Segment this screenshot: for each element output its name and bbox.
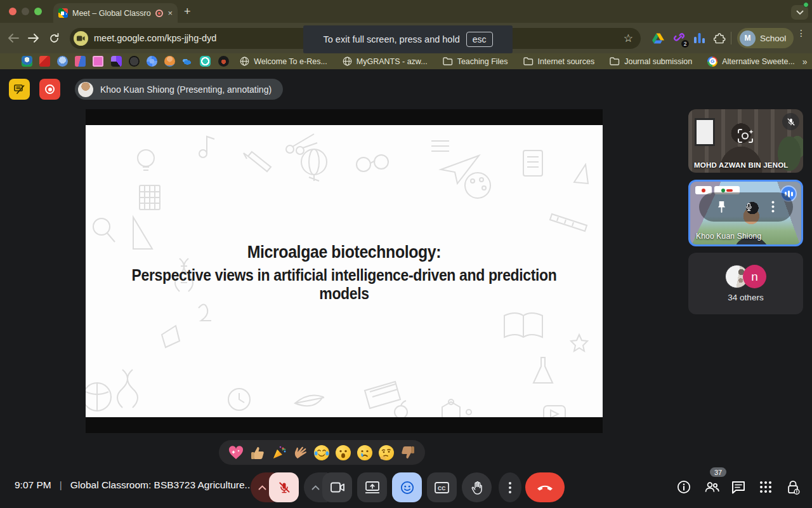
recording-indicator-button[interactable] bbox=[39, 79, 60, 100]
present-icon bbox=[365, 481, 379, 493]
reaction-party-popper[interactable] bbox=[271, 444, 287, 461]
slide-title-line2: Perspective views in artificial intellig… bbox=[107, 266, 582, 303]
reaction-thumbs-down[interactable] bbox=[400, 444, 416, 461]
globe-icon bbox=[343, 57, 352, 66]
globe-icon bbox=[240, 57, 249, 66]
meeting-details-button[interactable] bbox=[675, 478, 693, 496]
bookmark-favicon-gauge[interactable] bbox=[218, 56, 229, 67]
bookmark-favicon-person[interactable] bbox=[164, 56, 175, 67]
extensions-puzzle-icon[interactable] bbox=[712, 30, 727, 46]
reactions-toggle-button[interactable] bbox=[392, 472, 422, 502]
presenter-banner[interactable]: Khoo Kuan Shiong (Presenting, annotating… bbox=[75, 79, 283, 100]
presenter-name: Khoo Kuan Shiong (Presenting, annotating… bbox=[100, 84, 272, 95]
bookmark-folder-teaching-files[interactable]: Teaching Files bbox=[443, 57, 508, 66]
esc-key-hint: esc bbox=[466, 32, 493, 47]
folder-icon bbox=[610, 57, 620, 65]
participant-name: Khoo Kuan Shiong bbox=[696, 232, 761, 241]
raise-hand-button[interactable] bbox=[462, 472, 492, 502]
link-extension-icon[interactable]: 2 bbox=[671, 30, 686, 46]
participants-button[interactable] bbox=[703, 478, 721, 496]
others-avatar-letter: n bbox=[743, 265, 766, 288]
smiley-icon bbox=[400, 481, 414, 495]
analytics-extension-icon[interactable] bbox=[691, 30, 707, 46]
back-button[interactable] bbox=[6, 31, 20, 45]
camera-in-use-icon[interactable] bbox=[74, 31, 88, 46]
browser-menu-button[interactable]: ⋮ bbox=[797, 31, 806, 36]
mic-off-icon bbox=[278, 481, 291, 495]
camera-toggle-button[interactable] bbox=[322, 472, 352, 502]
more-options-icon bbox=[509, 482, 511, 493]
annotation-indicator-button[interactable] bbox=[9, 79, 30, 100]
reload-button[interactable] bbox=[47, 31, 61, 45]
bookmark-favicon-blue-gem[interactable] bbox=[57, 56, 68, 67]
participant-tile-mohd-azwan[interactable]: MOHD AZWAN BIN JENOL bbox=[688, 109, 803, 173]
phone-hangup-icon bbox=[537, 484, 553, 491]
bookmark-favicon-purple-logo[interactable] bbox=[111, 56, 122, 67]
bookmark-favicon-onedrive[interactable] bbox=[182, 56, 193, 67]
others-tile[interactable]: n 34 others bbox=[688, 253, 803, 314]
participant-tile-khoo-kuan-shiong[interactable]: Khoo Kuan Shiong bbox=[688, 180, 803, 246]
bookmark-favicon-pink-app[interactable] bbox=[93, 56, 103, 67]
host-controls-button[interactable] bbox=[784, 478, 802, 496]
more-options-button[interactable] bbox=[499, 472, 521, 502]
screen: Meet – Global Classroom: × + meet.google… bbox=[0, 0, 812, 508]
folder-icon bbox=[523, 57, 534, 65]
end-call-button[interactable] bbox=[525, 472, 565, 502]
folder-icon bbox=[443, 57, 453, 65]
reaction-thumbs-up[interactable] bbox=[249, 444, 266, 461]
reaction-clapping-hands[interactable] bbox=[292, 444, 309, 461]
others-count-label: 34 others bbox=[728, 293, 763, 302]
profile-chip[interactable]: M School bbox=[737, 28, 794, 48]
drive-extension-icon[interactable] bbox=[650, 30, 665, 46]
tab-close-icon[interactable]: × bbox=[167, 8, 173, 18]
present-screen-button[interactable] bbox=[357, 472, 387, 502]
reaction-thinking-face[interactable] bbox=[378, 444, 395, 461]
meet-favicon-icon bbox=[58, 8, 68, 18]
recording-icon bbox=[45, 84, 55, 94]
new-tab-button[interactable]: + bbox=[184, 5, 191, 18]
fullscreen-toast-text: To exit full screen, press and hold bbox=[324, 34, 460, 44]
notification-dot bbox=[803, 2, 809, 8]
bookmark-star-icon[interactable]: ☆ bbox=[624, 32, 633, 45]
bookmark-favicon-dark-circle[interactable] bbox=[129, 56, 140, 67]
bookmarks-bar: Welcome To e-Res... MyGRANTS - azw... Te… bbox=[0, 53, 812, 69]
browser-tab[interactable]: Meet – Global Classroom: × bbox=[53, 3, 178, 23]
reaction-surprised-face[interactable] bbox=[335, 444, 351, 461]
chat-button[interactable] bbox=[730, 478, 747, 496]
bookmarks-overflow-chevron[interactable]: » bbox=[802, 57, 812, 67]
mic-toggle-button[interactable] bbox=[269, 472, 299, 502]
bookmark-folder-internet-sources[interactable]: Internet sources bbox=[523, 57, 595, 66]
video-effects-icon[interactable] bbox=[737, 128, 755, 146]
profile-label: School bbox=[760, 34, 786, 43]
activities-button[interactable] bbox=[757, 478, 775, 496]
shared-screen-stage: Microalgae biotechnology: Perspective vi… bbox=[86, 109, 603, 433]
bookmark-item-welcome[interactable]: Welcome To e-Res... bbox=[240, 57, 327, 66]
bookmark-favicon-gmail[interactable] bbox=[39, 56, 50, 67]
bookmark-item-alternative-sweete[interactable]: Alternative Sweete... bbox=[707, 57, 795, 67]
window-minimize-button[interactable] bbox=[22, 8, 29, 15]
reaction-sparkling-heart[interactable] bbox=[228, 444, 244, 461]
mic-off-icon bbox=[787, 117, 796, 126]
mic-icon[interactable] bbox=[744, 201, 754, 213]
people-icon bbox=[704, 481, 719, 493]
window-close-button[interactable] bbox=[9, 8, 16, 15]
bookmark-folder-journal-submission[interactable]: Journal submission bbox=[610, 57, 692, 66]
bookmark-favicon-shield[interactable] bbox=[22, 56, 32, 67]
google-favicon bbox=[707, 57, 717, 67]
captions-button[interactable]: CC bbox=[427, 472, 457, 502]
bookmark-favicon-sparkle[interactable] bbox=[147, 56, 157, 67]
bookmark-favicon-flag[interactable] bbox=[75, 56, 86, 67]
participant-name: MOHD AZWAN BIN JENOL bbox=[694, 161, 789, 169]
tab-recording-icon bbox=[155, 10, 163, 17]
tab-title: Meet – Global Classroom: bbox=[72, 9, 151, 18]
bookmark-label: Welcome To e-Res... bbox=[254, 57, 327, 66]
reactions-bar bbox=[219, 440, 425, 465]
reaction-crying-face[interactable] bbox=[357, 444, 373, 461]
forward-button[interactable] bbox=[27, 31, 41, 45]
reaction-face-with-tears-of-joy[interactable] bbox=[313, 444, 330, 461]
window-zoom-button[interactable] bbox=[34, 8, 42, 15]
bookmark-favicon-teal-ring[interactable] bbox=[200, 56, 211, 67]
more-options-icon[interactable] bbox=[771, 201, 775, 213]
pin-icon[interactable] bbox=[717, 201, 726, 213]
bookmark-item-mygrants[interactable]: MyGRANTS - azw... bbox=[343, 57, 428, 66]
